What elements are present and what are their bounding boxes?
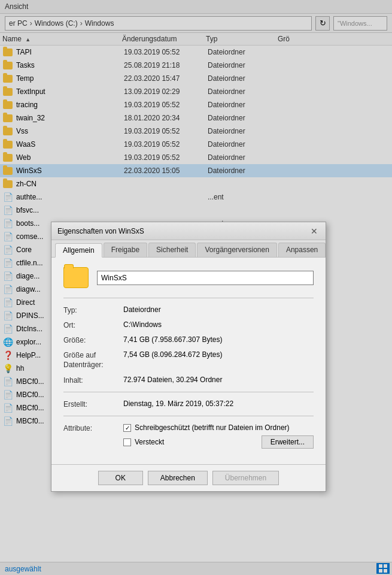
tab-anpassen[interactable]: Anpassen xyxy=(278,243,326,257)
dialog-titlebar: Eigenschaften von WinSxS ✕ xyxy=(51,222,326,240)
prop-attribute-row: Attribute: Schreibgeschützt (betrifft nu… xyxy=(63,423,314,449)
tab-freigabe[interactable]: Freigabe xyxy=(104,243,147,257)
prop-erstellt-value: Dienstag, 19. März 2019, 05:37:22 xyxy=(123,400,314,408)
readonly-checkbox[interactable] xyxy=(123,424,131,432)
ok-button[interactable]: OK xyxy=(98,471,143,485)
dialog-header-section xyxy=(63,267,314,288)
prop-ort-value: C:\Windows xyxy=(123,320,314,329)
prop-ort-row: Ort: C:\Windows xyxy=(63,320,314,329)
prop-attribute-controls: Schreibgeschützt (betrifft nur Dateien i… xyxy=(123,423,314,449)
prop-disksize-label: Größe aufDatenträger: xyxy=(63,350,123,370)
dialog-tabs: Allgemein Freigabe Sicherheit Vorgängerv… xyxy=(51,240,326,258)
tab-vorgaenger[interactable]: Vorgängerversionen xyxy=(197,243,276,257)
prop-erstellt-row: Erstellt: Dienstag, 19. März 2019, 05:37… xyxy=(63,400,314,408)
prop-type-label: Typ: xyxy=(63,305,123,314)
dialog-footer: OK Abbrechen Übernehmen xyxy=(51,464,326,491)
prop-size-row: Größe: 7,41 GB (7.958.667.307 Bytes) xyxy=(63,335,314,344)
readonly-checkbox-row: Schreibgeschützt (betrifft nur Dateien i… xyxy=(123,423,314,432)
prop-erstellt-label: Erstellt: xyxy=(63,400,123,408)
hidden-erweitert-row: Versteckt Erweitert... xyxy=(123,435,314,449)
dialog-folder-icon xyxy=(63,267,89,288)
cancel-button[interactable]: Abbrechen xyxy=(148,471,208,485)
prop-size-label: Größe: xyxy=(63,335,123,344)
prop-ort-label: Ort: xyxy=(63,320,123,329)
dialog-title: Eigenschaften von WinSxS xyxy=(57,227,144,235)
section-divider-1 xyxy=(63,298,314,298)
prop-inhalt-label: Inhalt: xyxy=(63,376,123,385)
folder-name-input[interactable] xyxy=(97,271,314,285)
tab-allgemein[interactable]: Allgemein xyxy=(55,243,102,258)
properties-dialog: Eigenschaften von WinSxS ✕ Allgemein Fre… xyxy=(51,222,326,492)
hidden-checkbox[interactable] xyxy=(123,438,131,446)
section-divider-2 xyxy=(63,392,314,392)
section-divider-3 xyxy=(63,416,314,416)
prop-type-value: Dateiordner xyxy=(123,305,314,314)
prop-attribute-label: Attribute: xyxy=(63,423,123,432)
apply-button[interactable]: Übernehmen xyxy=(212,471,279,485)
dialog-close-button[interactable]: ✕ xyxy=(309,226,320,237)
readonly-label: Schreibgeschützt (betrifft nur Dateien i… xyxy=(135,423,290,432)
prop-disksize-value: 7,54 GB (8.096.284.672 Bytes) xyxy=(123,350,314,359)
prop-size-value: 7,41 GB (7.958.667.307 Bytes) xyxy=(123,335,314,344)
hidden-checkbox-row: Versteckt xyxy=(123,438,164,446)
prop-type-row: Typ: Dateiordner xyxy=(63,305,314,314)
tab-sicherheit[interactable]: Sicherheit xyxy=(148,243,196,257)
hidden-label: Versteckt xyxy=(135,438,164,446)
prop-inhalt-row: Inhalt: 72.974 Dateien, 30.294 Ordner xyxy=(63,376,314,385)
dialog-content: Typ: Dateiordner Ort: C:\Windows Größe: … xyxy=(51,258,326,464)
prop-disksize-row: Größe aufDatenträger: 7,54 GB (8.096.284… xyxy=(63,350,314,370)
erweitert-button[interactable]: Erweitert... xyxy=(262,435,314,449)
prop-inhalt-value: 72.974 Dateien, 30.294 Ordner xyxy=(123,376,314,384)
